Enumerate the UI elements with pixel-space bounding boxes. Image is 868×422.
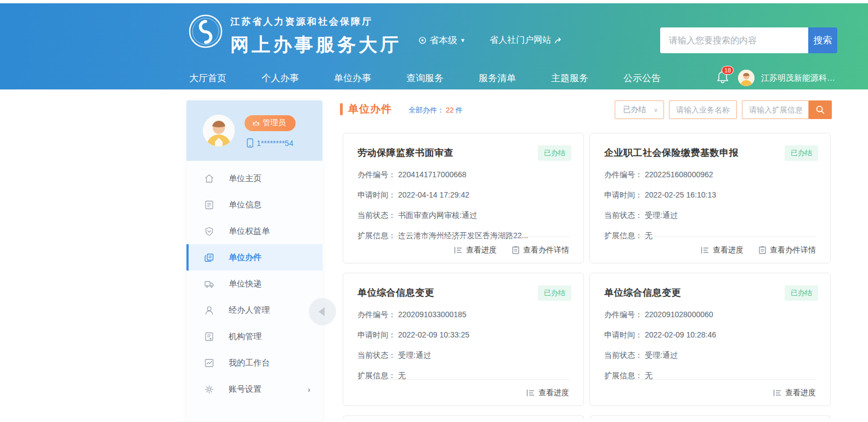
masked-phone-number: 1********54 bbox=[257, 139, 293, 148]
profile-panel: 管理员 1********54 bbox=[186, 100, 322, 161]
gear-icon bbox=[204, 384, 214, 395]
sidebar-collapse-button[interactable] bbox=[309, 298, 336, 325]
field-value: 受理:通过 bbox=[398, 351, 431, 359]
field-label: 办件编号： bbox=[604, 310, 643, 319]
section-title: 单位办件 bbox=[348, 102, 392, 116]
badge-icon bbox=[204, 226, 214, 237]
workbench-chart-icon bbox=[204, 358, 214, 368]
nav-item-service-list[interactable]: 服务清单 bbox=[479, 72, 516, 85]
nav-items: 大厅首页 个人办事 单位办事 查询服务 服务清单 主题服务 公示公告 bbox=[189, 72, 661, 85]
sidebar-item-unit-cases[interactable]: 单位办件 bbox=[186, 244, 322, 271]
view-progress-link[interactable]: 查看进度 bbox=[454, 245, 497, 255]
nav-item-organization[interactable]: 单位办事 bbox=[334, 72, 371, 85]
case-card-partial bbox=[343, 415, 584, 419]
case-card: 劳动保障监察书面审查 已办结 办件编号：2204141717000668 申请时… bbox=[343, 133, 584, 263]
filter-search-button[interactable] bbox=[809, 100, 832, 119]
status-badge: 已办结 bbox=[538, 145, 571, 161]
sidebar-item-label: 单位信息 bbox=[229, 200, 262, 210]
sidebar-item-unit-express[interactable]: 单位快递 bbox=[186, 271, 322, 297]
document-icon bbox=[204, 200, 214, 210]
view-progress-link[interactable]: 查看进度 bbox=[773, 388, 816, 398]
sidebar-item-account-settings[interactable]: 账号设置 › bbox=[186, 376, 322, 402]
view-progress-link[interactable]: 查看进度 bbox=[526, 388, 569, 398]
sidebar-item-label: 机构管理 bbox=[229, 331, 262, 342]
nav-item-theme[interactable]: 主题服务 bbox=[551, 72, 588, 85]
department-title: 江苏省人力资源和社会保障厅 bbox=[230, 15, 401, 28]
agency-logo-icon bbox=[188, 14, 223, 49]
status-badge: 已办结 bbox=[538, 285, 571, 301]
field-value: 书面审查内网审核:通过 bbox=[398, 211, 477, 220]
field-value: 无 bbox=[645, 371, 653, 380]
nav-item-personal[interactable]: 个人办事 bbox=[262, 72, 299, 85]
status-filter-value: 已办结 bbox=[623, 105, 646, 115]
case-card: 企业职工社会保险缴费基数申报 已办结 办件编号：2202251608000962… bbox=[589, 133, 831, 263]
progress-list-icon bbox=[701, 246, 709, 254]
portal-link[interactable]: 省人社门户网站 bbox=[490, 35, 563, 46]
status-badge: 已办结 bbox=[785, 145, 818, 161]
filter-bar: 已办结 ∨ bbox=[615, 100, 832, 119]
case-field: 申请时间：2022-02-09 10:33:25 bbox=[358, 330, 569, 340]
user-avatar[interactable] bbox=[738, 70, 754, 86]
sidebar-item-label: 账号设置 bbox=[229, 384, 262, 395]
notification-count-badge: 18 bbox=[722, 66, 734, 75]
progress-list-icon bbox=[526, 389, 535, 397]
search-input[interactable] bbox=[660, 27, 808, 53]
total-unit: 件 bbox=[455, 106, 462, 114]
field-value: 无 bbox=[398, 371, 406, 380]
search-button[interactable]: 搜索 bbox=[808, 27, 837, 53]
extension-info-input[interactable] bbox=[742, 100, 809, 119]
field-value: 2022-02-09 10:33:25 bbox=[398, 330, 469, 339]
copies-icon bbox=[204, 252, 214, 263]
field-label: 办件编号： bbox=[604, 170, 643, 179]
view-detail-link[interactable]: 查看办件详情 bbox=[512, 245, 569, 255]
card-footer: 查看进度 查看办件详情 bbox=[604, 237, 816, 263]
case-field: 当前状态：书面审查内网审核:通过 bbox=[358, 211, 569, 221]
sidebar-item-label: 单位权益单 bbox=[229, 226, 270, 237]
case-field: 当前状态：受理:通过 bbox=[358, 351, 569, 361]
case-fields: 办件编号：2202251608000962 申请时间：2022-02-25 16… bbox=[604, 170, 816, 241]
crown-icon bbox=[252, 120, 260, 127]
page: 江苏省人力资源和社会保障厅 网上办事服务大厅 省本级 ▼ 省人社门户网站 搜索 bbox=[0, 0, 868, 422]
sidebar-item-unit-home[interactable]: 单位主页 bbox=[186, 165, 322, 192]
field-label: 申请时间： bbox=[358, 330, 396, 339]
field-label: 办件编号： bbox=[358, 170, 396, 179]
case-card: 单位综合信息变更 已办结 办件编号：2202091028000060 申请时间：… bbox=[589, 273, 831, 406]
case-field: 申请时间：2022-02-25 16:10:13 bbox=[604, 190, 816, 200]
progress-list-icon bbox=[773, 389, 781, 397]
view-progress-label: 查看进度 bbox=[713, 245, 744, 255]
sidebar-item-agent-management[interactable]: 经办人管理 bbox=[186, 297, 322, 323]
sidebar-item-label: 单位快递 bbox=[229, 279, 262, 289]
sidebar-item-org-management[interactable]: 机构管理 bbox=[186, 323, 322, 350]
status-filter-dropdown[interactable]: 已办结 ∨ bbox=[615, 100, 664, 119]
status-badge: 已办结 bbox=[785, 285, 818, 301]
company-name[interactable]: 江苏明茂新能源科… bbox=[761, 73, 835, 83]
field-label: 办件编号： bbox=[358, 310, 396, 319]
external-arrow-icon bbox=[554, 37, 563, 44]
location-pin-icon bbox=[418, 36, 427, 44]
view-detail-label: 查看办件详情 bbox=[770, 245, 816, 255]
section-header: 单位办件 全部办件：22件 bbox=[340, 102, 462, 116]
chevron-right-icon: › bbox=[308, 385, 310, 394]
view-detail-link[interactable]: 查看办件详情 bbox=[759, 245, 816, 255]
case-field: 当前状态：受理:通过 bbox=[604, 211, 816, 221]
person-icon bbox=[204, 305, 214, 316]
field-value: 2022-02-09 10:28:46 bbox=[645, 330, 716, 339]
home-icon bbox=[204, 173, 214, 184]
nav-item-home[interactable]: 大厅首页 bbox=[189, 72, 226, 85]
sidebar-item-workbench[interactable]: 我的工作台 bbox=[186, 350, 322, 376]
notification-bell-icon[interactable]: 18 bbox=[715, 70, 731, 86]
view-progress-link[interactable]: 查看进度 bbox=[701, 245, 744, 255]
field-value: 2204141717000668 bbox=[398, 170, 467, 179]
sidebar-item-unit-rights[interactable]: 单位权益单 bbox=[186, 218, 322, 244]
nav-item-announcements[interactable]: 公示公告 bbox=[623, 72, 661, 85]
sidebar-item-unit-info[interactable]: 单位信息 bbox=[186, 192, 322, 218]
field-value: 2202091028000060 bbox=[645, 310, 713, 319]
magnifier-icon bbox=[815, 105, 825, 115]
total-label: 全部办件： bbox=[409, 106, 444, 114]
region-selector[interactable]: 省本级 ▼ bbox=[418, 34, 466, 47]
nav-item-query[interactable]: 查询服务 bbox=[406, 72, 444, 85]
case-field: 办件编号：2202251608000962 bbox=[604, 170, 816, 180]
business-name-input[interactable] bbox=[669, 100, 737, 119]
main-nav: 大厅首页 个人办事 单位办事 查询服务 服务清单 主题服务 公示公告 18 江苏… bbox=[0, 66, 868, 89]
view-detail-label: 查看办件详情 bbox=[523, 245, 569, 255]
